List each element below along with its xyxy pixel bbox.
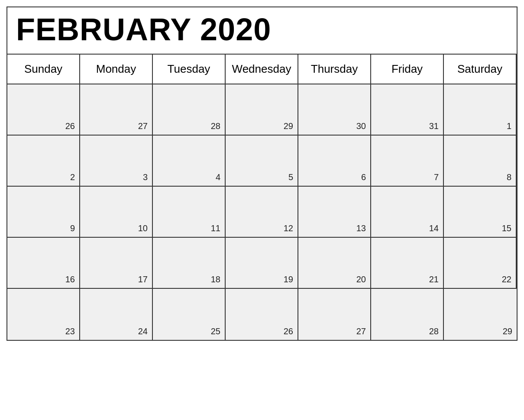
day-number: 7 — [434, 172, 439, 182]
day-cell[interactable]: 14 — [371, 187, 444, 238]
day-cell[interactable]: 1 — [444, 84, 517, 136]
day-number: 8 — [507, 172, 511, 182]
day-number: 3 — [143, 172, 148, 182]
day-number: 5 — [288, 172, 293, 182]
day-cell[interactable]: 10 — [80, 187, 153, 238]
day-number: 24 — [138, 326, 148, 336]
day-number: 22 — [502, 275, 511, 284]
day-cell[interactable]: 21 — [371, 238, 444, 289]
day-number: 16 — [65, 275, 75, 284]
day-number: 29 — [284, 121, 293, 131]
day-cell[interactable]: 5 — [226, 136, 298, 187]
day-number: 27 — [356, 326, 366, 336]
day-cell[interactable]: 26 — [7, 84, 80, 136]
calendar: FEBRUARY 2020 SundayMondayTuesdayWednesd… — [6, 6, 518, 341]
day-cell[interactable]: 25 — [153, 289, 226, 340]
day-number: 31 — [429, 121, 439, 131]
day-number: 15 — [502, 223, 511, 233]
day-number: 21 — [429, 275, 439, 284]
day-cell[interactable]: 20 — [298, 238, 371, 289]
day-number: 6 — [361, 172, 366, 182]
day-number: 14 — [429, 223, 439, 233]
day-cell[interactable]: 17 — [80, 238, 153, 289]
day-number: 13 — [356, 223, 366, 233]
day-number: 25 — [211, 326, 220, 336]
day-cell[interactable]: 27 — [80, 84, 153, 136]
day-cell[interactable]: 11 — [153, 187, 226, 238]
day-cell[interactable]: 22 — [444, 238, 517, 289]
day-cell[interactable]: 29 — [444, 289, 517, 340]
day-number: 4 — [216, 172, 220, 182]
day-number: 12 — [284, 223, 293, 233]
day-cell[interactable]: 15 — [444, 187, 517, 238]
day-header-sunday: Sunday — [7, 55, 80, 84]
day-cell[interactable]: 19 — [226, 238, 298, 289]
day-number: 27 — [138, 121, 148, 131]
day-cell[interactable]: 28 — [371, 289, 444, 340]
day-header-saturday: Saturday — [444, 55, 517, 84]
day-cell[interactable]: 6 — [298, 136, 371, 187]
day-number: 10 — [138, 223, 148, 233]
day-cell[interactable]: 27 — [298, 289, 371, 340]
day-number: 26 — [284, 326, 293, 336]
day-cell[interactable]: 29 — [226, 84, 298, 136]
day-number: 11 — [211, 223, 220, 233]
day-number: 30 — [356, 121, 366, 131]
day-number: 2 — [70, 172, 75, 182]
day-header-tuesday: Tuesday — [153, 55, 226, 84]
day-cell[interactable]: 23 — [7, 289, 80, 340]
day-cell[interactable]: 31 — [371, 84, 444, 136]
day-cell[interactable]: 8 — [444, 136, 517, 187]
day-number: 29 — [503, 326, 512, 336]
day-number: 26 — [65, 121, 75, 131]
day-cell[interactable]: 12 — [226, 187, 298, 238]
day-cell[interactable]: 26 — [226, 289, 298, 340]
day-number: 28 — [429, 326, 439, 336]
day-cell[interactable]: 16 — [7, 238, 80, 289]
day-number: 18 — [211, 275, 220, 284]
day-header-thursday: Thursday — [298, 55, 371, 84]
day-cell[interactable]: 4 — [153, 136, 226, 187]
day-number: 20 — [356, 275, 366, 284]
day-header-monday: Monday — [80, 55, 153, 84]
day-number: 9 — [70, 223, 75, 233]
day-header-friday: Friday — [371, 55, 444, 84]
day-number: 28 — [211, 121, 220, 131]
day-cell[interactable]: 9 — [7, 187, 80, 238]
day-cell[interactable]: 7 — [371, 136, 444, 187]
day-cell[interactable]: 30 — [298, 84, 371, 136]
day-cell[interactable]: 28 — [153, 84, 226, 136]
calendar-grid: SundayMondayTuesdayWednesdayThursdayFrid… — [7, 55, 517, 340]
day-cell[interactable]: 13 — [298, 187, 371, 238]
day-number: 1 — [507, 121, 511, 131]
day-number: 19 — [284, 275, 293, 284]
day-cell[interactable]: 24 — [80, 289, 153, 340]
day-cell[interactable]: 18 — [153, 238, 226, 289]
day-cell[interactable]: 3 — [80, 136, 153, 187]
day-number: 17 — [138, 275, 148, 284]
calendar-title: FEBRUARY 2020 — [7, 7, 517, 55]
day-number: 23 — [65, 326, 75, 336]
day-cell[interactable]: 2 — [7, 136, 80, 187]
day-header-wednesday: Wednesday — [226, 55, 298, 84]
